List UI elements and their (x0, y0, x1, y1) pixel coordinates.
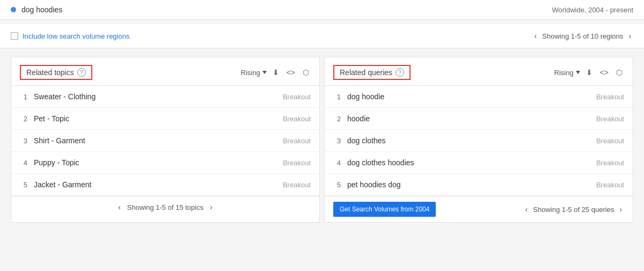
include-regions-toggle[interactable]: Include low search volume regions (11, 32, 129, 40)
topics-next-arrow[interactable]: › (208, 202, 215, 213)
related-queries-footer: Get Search Volumes from 2004 ‹ Showing 1… (325, 196, 633, 222)
related-queries-share-icon[interactable]: ⬡ (614, 67, 624, 78)
queries-prev-arrow[interactable]: ‹ (523, 204, 530, 215)
filter-bar: Include low search volume regions ‹ Show… (0, 24, 644, 48)
related-topics-code-icon[interactable]: <> (285, 67, 297, 78)
queries-next-arrow[interactable]: › (617, 204, 624, 215)
related-queries-header: Related queries ? Rising ⬇ <> ⬡ (325, 57, 633, 86)
related-topics-header: Related topics ? Rising ⬇ <> ⬡ (11, 57, 319, 86)
search-term-label: dog hoodies (21, 5, 62, 14)
regions-showing-text: Showing 1-5 of 10 regions (542, 32, 623, 40)
related-topics-title: Related topics (26, 68, 74, 77)
include-regions-checkbox[interactable] (11, 32, 18, 40)
table-row: 2Pet - Topic Breakout (11, 108, 319, 130)
related-topics-share-icon[interactable]: ⬡ (301, 67, 311, 78)
topics-prev-arrow[interactable]: ‹ (116, 202, 123, 213)
regions-prev-arrow[interactable]: ‹ (532, 31, 539, 41)
related-queries-panel: Related queries ? Rising ⬇ <> ⬡ 1dog hoo… (324, 57, 633, 223)
blue-dot-icon (11, 7, 16, 12)
related-topics-footer: ‹ Showing 1-5 of 15 topics › (11, 196, 319, 218)
queries-rising-dropdown-arrow-icon (576, 71, 580, 74)
related-queries-title-group: Related queries ? (333, 65, 411, 80)
table-row: 1Sweater - Clothing Breakout (11, 86, 319, 108)
related-queries-rising-btn[interactable]: Rising (554, 69, 580, 77)
related-topics-panel: Related topics ? Rising ⬇ <> ⬡ 1Sweater … (11, 57, 320, 223)
table-row: 1dog hoodie Breakout (325, 86, 633, 108)
related-topics-rising-btn[interactable]: Rising (241, 69, 267, 77)
regions-next-arrow[interactable]: › (626, 31, 633, 41)
table-row: 3Shirt - Garment Breakout (11, 130, 319, 152)
queries-showing-text: Showing 1-5 of 25 queries (533, 206, 614, 214)
related-queries-rising-label: Rising (554, 69, 574, 77)
related-queries-controls: Rising ⬇ <> ⬡ (554, 67, 624, 78)
related-queries-download-icon[interactable]: ⬇ (584, 67, 594, 78)
topics-showing-text: Showing 1-5 of 15 topics (127, 203, 203, 211)
related-topics-rising-label: Rising (241, 69, 260, 77)
table-row: 3dog clothes Breakout (325, 130, 633, 152)
related-topics-help-icon[interactable]: ? (77, 68, 86, 77)
related-queries-help-icon[interactable]: ? (396, 68, 404, 77)
table-row: 4dog clothes hoodies Breakout (325, 152, 633, 174)
include-regions-label: Include low search volume regions (23, 32, 129, 40)
main-content: Related topics ? Rising ⬇ <> ⬡ 1Sweater … (0, 48, 644, 231)
search-term-group: dog hoodies (11, 5, 62, 14)
regions-pagination: ‹ Showing 1-5 of 10 regions › (532, 31, 633, 41)
table-row: 5Jacket - Garment Breakout (11, 174, 319, 196)
table-row: 2hoodie Breakout (325, 108, 633, 130)
queries-pagination: ‹ Showing 1-5 of 25 queries › (523, 204, 624, 215)
rising-dropdown-arrow-icon (262, 71, 267, 74)
related-topics-controls: Rising ⬇ <> ⬡ (241, 67, 311, 78)
related-queries-title: Related queries (340, 68, 392, 77)
get-volumes-button[interactable]: Get Search Volumes from 2004 (333, 202, 436, 217)
related-queries-code-icon[interactable]: <> (598, 67, 610, 78)
date-range-label: Worldwide, 2004 - present (552, 6, 633, 14)
top-bar: dog hoodies Worldwide, 2004 - present (0, 0, 644, 20)
table-row: 4Puppy - Topic Breakout (11, 152, 319, 174)
related-topics-title-group: Related topics ? (20, 65, 92, 80)
related-topics-download-icon[interactable]: ⬇ (271, 67, 281, 78)
table-row: 5pet hoodies dog Breakout (325, 174, 633, 196)
